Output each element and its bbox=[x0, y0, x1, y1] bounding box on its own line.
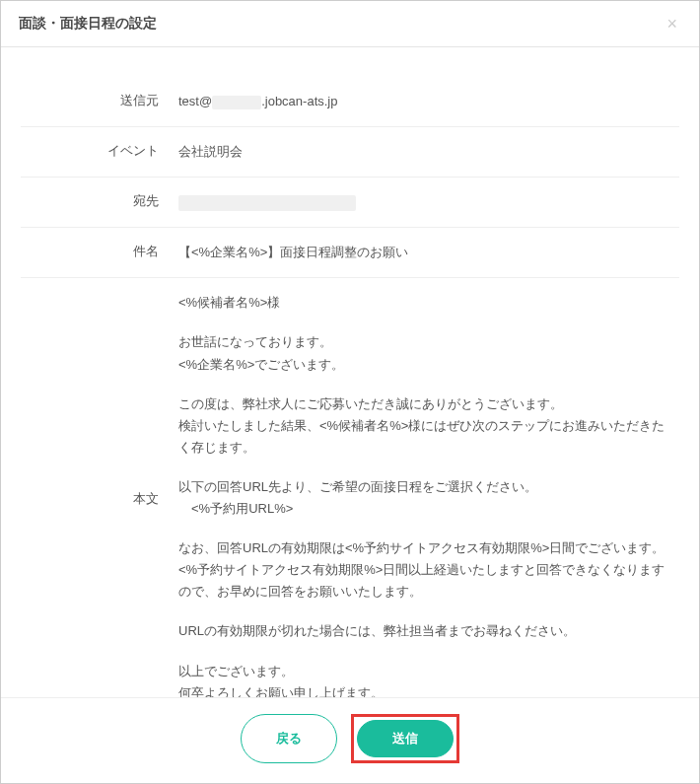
close-icon[interactable]: × bbox=[663, 15, 681, 33]
back-button[interactable]: 戻る bbox=[241, 714, 337, 763]
send-button-highlight: 送信 bbox=[351, 714, 459, 763]
body-p5: なお、回答URLの有効期限は<%予約サイトアクセス有効期限%>日間でございます。… bbox=[178, 537, 669, 603]
body-p3: この度は、弊社求人にご応募いただき誠にありがとうございます。 検討いたしました結… bbox=[178, 393, 669, 459]
sender-prefix: test@ bbox=[178, 94, 212, 108]
to-value: redacted bbox=[178, 191, 679, 213]
modal-header: 面談・面接日程の設定 × bbox=[1, 1, 699, 47]
event-value: 会社説明会 bbox=[178, 141, 679, 163]
sender-suffix: .jobcan-ats.jp bbox=[261, 94, 337, 108]
modal-footer: 戻る 送信 bbox=[1, 697, 699, 783]
send-button[interactable]: 送信 bbox=[357, 720, 454, 757]
row-subject: 件名 【<%企業名%>】面接日程調整のお願い bbox=[21, 228, 679, 278]
modal-body: 送信元 test@xxxx.jobcan-ats.jp イベント 会社説明会 宛… bbox=[1, 47, 699, 697]
body-label: 本文 bbox=[21, 489, 178, 508]
row-sender: 送信元 test@xxxx.jobcan-ats.jp bbox=[21, 57, 679, 127]
subject-label: 件名 bbox=[21, 242, 178, 260]
row-to: 宛先 redacted bbox=[21, 178, 679, 228]
modal-title: 面談・面接日程の設定 bbox=[19, 15, 157, 33]
body-value: <%候補者名%>様 お世話になっております。 <%企業名%>でございます。 この… bbox=[178, 292, 679, 697]
event-label: イベント bbox=[21, 141, 178, 160]
to-redacted: redacted bbox=[178, 195, 356, 211]
body-p2: お世話になっております。 <%企業名%>でございます。 bbox=[178, 331, 669, 375]
schedule-settings-modal: 面談・面接日程の設定 × 送信元 test@xxxx.jobcan-ats.jp… bbox=[0, 0, 700, 784]
subject-value: 【<%企業名%>】面接日程調整のお願い bbox=[178, 242, 679, 263]
row-event: イベント 会社説明会 bbox=[21, 127, 679, 178]
body-p7: 以上でございます。 何卒よろしくお願い申し上げます。 bbox=[178, 661, 669, 698]
row-body: 本文 <%候補者名%>様 お世話になっております。 <%企業名%>でございます。… bbox=[21, 278, 679, 697]
to-label: 宛先 bbox=[21, 191, 178, 210]
body-p4: 以下の回答URL先より、ご希望の面接日程をご選択ください。 <%予約用URL%> bbox=[178, 476, 669, 520]
body-p1: <%候補者名%>様 bbox=[178, 292, 669, 314]
body-p6: URLの有効期限が切れた場合には、弊社担当者までお尋ねください。 bbox=[178, 620, 669, 642]
sender-label: 送信元 bbox=[21, 91, 178, 109]
sender-redacted: xxxx bbox=[212, 96, 261, 109]
sender-value: test@xxxx.jobcan-ats.jp bbox=[178, 91, 679, 112]
